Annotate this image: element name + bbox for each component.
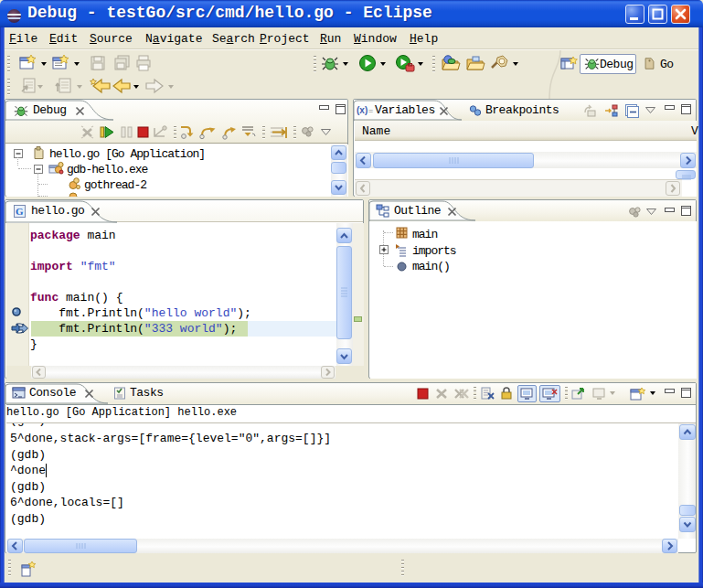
svg-text:(x): (x) (357, 105, 367, 115)
svg-text:G: G (16, 206, 24, 217)
svg-text:=: = (368, 106, 373, 115)
